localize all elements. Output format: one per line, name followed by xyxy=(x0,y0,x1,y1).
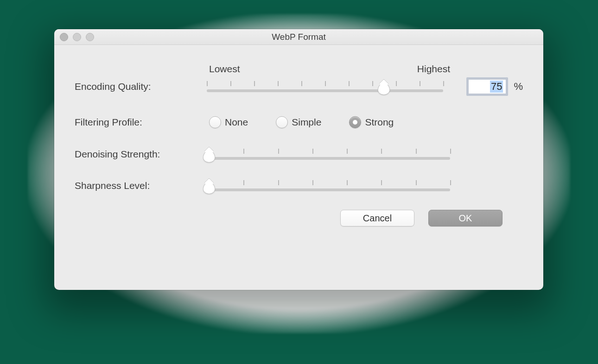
denoising-strength-slider[interactable] xyxy=(209,149,450,160)
encoding-quality-row: Encoding Quality: 75 % xyxy=(75,77,523,96)
slider-thumb[interactable] xyxy=(203,182,215,194)
encoding-quality-slider[interactable] xyxy=(207,81,443,92)
dialog-content: Lowest Highest Encoding Quality: 75 % Fi… xyxy=(54,45,543,240)
sharpness-level-row: Sharpness Level: xyxy=(75,180,523,191)
encoding-quality-input[interactable]: 75 xyxy=(466,77,509,96)
minimize-icon[interactable] xyxy=(73,33,81,41)
cancel-button[interactable]: Cancel xyxy=(340,210,414,226)
window-title: WebP Format xyxy=(54,32,543,42)
zoom-icon[interactable] xyxy=(86,33,94,41)
filter-radio-strong[interactable]: Strong xyxy=(349,116,394,128)
slider-thumb[interactable] xyxy=(378,83,390,95)
encoding-quality-label: Encoding Quality: xyxy=(75,81,207,92)
filter-radio-none[interactable]: None xyxy=(209,116,248,128)
sharpness-level-label: Sharpness Level: xyxy=(75,180,209,191)
denoising-strength-row: Denoising Strength: xyxy=(75,149,523,160)
radio-icon xyxy=(349,116,361,128)
titlebar: WebP Format xyxy=(54,29,543,45)
axis-labels-row: Lowest Highest xyxy=(75,63,523,75)
filtering-profile-label: Filtering Profile: xyxy=(75,117,209,128)
window-controls xyxy=(60,33,94,41)
dialog-window: WebP Format Lowest Highest Encoding Qual… xyxy=(54,29,543,290)
slider-thumb[interactable] xyxy=(203,151,215,163)
radio-icon xyxy=(209,116,221,128)
ok-button[interactable]: OK xyxy=(428,210,503,226)
axis-high-label: Highest xyxy=(417,63,450,75)
filter-radio-simple[interactable]: Simple xyxy=(276,116,321,128)
dialog-footer: Cancel OK xyxy=(75,205,523,226)
sharpness-level-slider[interactable] xyxy=(209,180,450,191)
close-icon[interactable] xyxy=(60,33,68,41)
denoising-strength-label: Denoising Strength: xyxy=(75,149,209,160)
radio-icon xyxy=(276,116,288,128)
filtering-profile-row: Filtering Profile: None Simple Strong xyxy=(75,116,523,128)
percent-unit: % xyxy=(514,81,523,93)
axis-low-label: Lowest xyxy=(209,63,240,75)
